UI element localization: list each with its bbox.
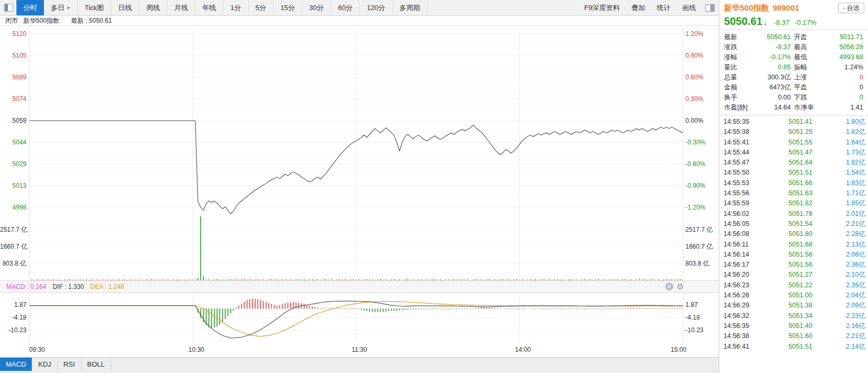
tape-price: 5051.22 [762, 280, 812, 290]
x-axis-label: 14:00 [511, 345, 535, 354]
tape-row: 14:56:175051.562.36亿 [724, 260, 866, 270]
tape-row: 14:56:025051.782.01亿 [724, 209, 866, 219]
tab-multi-day[interactable]: 多日▼ [44, 0, 78, 15]
y-axis-label: -0.90% [685, 181, 718, 190]
y-axis-label: 4998 [0, 203, 26, 212]
watch-toggle-button[interactable]: - 自选 [838, 3, 864, 13]
quote-panel: 新华500指数989001 - 自选 5050.61 ↓ -8.37 -0.17… [719, 0, 868, 373]
dea-value: DEA : 1.248 [91, 283, 124, 290]
stat-value: 6473亿 [755, 83, 794, 93]
indicator-readout: MACD : 0.164DIF : 1.330DEA : 1.248 ✕ ⚙ [0, 280, 719, 293]
stat-value: 0 [826, 93, 863, 103]
stat-row: 最新5050.61开盘5011.71 [724, 32, 863, 42]
down-arrow-icon: ↓ [763, 17, 767, 26]
tape-price: 5051.64 [762, 158, 812, 168]
tab-5min[interactable]: 5分 [249, 0, 274, 15]
tab-weekly[interactable]: 周线 [139, 0, 167, 15]
indicator-tabbar: MACDKDJRSIBOLL [0, 357, 719, 373]
y-axis-label: -10.23 [0, 326, 26, 334]
tape-price: 5051.41 [762, 117, 812, 127]
volume-chart[interactable] [29, 216, 683, 280]
tape-row: 14:55:415051.551.64亿 [724, 138, 866, 148]
tab-30min[interactable]: 30分 [302, 0, 331, 15]
stat-label: 最新 [724, 32, 755, 42]
chart-area[interactable]: MACD : 0.164DIF : 1.330DEA : 1.248 ✕ ⚙ 5… [0, 26, 719, 357]
close-icon[interactable]: ✕ [665, 283, 673, 290]
tab-120min[interactable]: 120分 [360, 0, 393, 15]
indicator-tab-kdj[interactable]: KDJ [32, 358, 58, 371]
menu-drawing[interactable]: 画线 [682, 3, 696, 13]
tape-price: 5051.38 [762, 301, 812, 311]
tape-volume: 1.82亿 [812, 127, 866, 137]
infobar-index-name: 新华500指数 [23, 16, 59, 25]
tab-1min[interactable]: 1分 [223, 0, 248, 15]
tab-minute[interactable]: 分时 [16, 0, 44, 15]
tape-time: 14:56:41 [724, 342, 762, 352]
tape-row: 14:56:295051.382.09亿 [724, 301, 866, 311]
tab-multi-period[interactable]: 多周期 [393, 0, 428, 15]
stat-row: 总量300.3亿上涨0 [724, 72, 863, 83]
tape-time: 14:55:59 [724, 198, 762, 208]
split-view-icon[interactable] [706, 4, 715, 12]
tape-row: 14:55:385051.251.82亿 [724, 127, 866, 137]
index-name: 新华500指数 [724, 3, 769, 12]
macd-chart[interactable] [29, 293, 683, 343]
stat-label: 市盈[静] [724, 103, 755, 113]
tape-price: 5051.27 [762, 270, 812, 280]
indicator-tab-rsi[interactable]: RSI [58, 358, 82, 371]
tape-volume: 2.14亿 [812, 342, 866, 352]
tape-row: 14:56:085051.802.28亿 [724, 229, 866, 239]
tab-monthly[interactable]: 月线 [167, 0, 195, 15]
tape-list[interactable]: 14:55:355051.411.80亿14:55:385051.251.82亿… [719, 115, 868, 352]
y-axis-label: 803.8 亿 [685, 259, 718, 268]
stat-label: 量比 [724, 62, 755, 72]
stat-value: 1.41 [826, 103, 863, 113]
menu-f9-info[interactable]: F9深度资料 [584, 3, 620, 13]
infobar-latest: 最新 : 5050.61 [71, 16, 112, 25]
y-axis-label: -10.23 [685, 326, 718, 334]
tape-time: 14:55:50 [724, 168, 762, 178]
y-axis-label: -1.20% [685, 203, 718, 212]
y-axis-label: 5089 [0, 73, 26, 81]
tape-row: 14:56:385051.602.21亿 [724, 331, 866, 341]
y-axis-label: 1660.7 亿 [0, 242, 26, 251]
tab-60min[interactable]: 60分 [331, 0, 360, 15]
tape-price: 5051.47 [762, 148, 812, 158]
y-axis-label: 5029 [0, 160, 26, 168]
tab-15min[interactable]: 15分 [274, 0, 302, 15]
market-status: 闭市 [5, 16, 18, 25]
indicator-tab-boll[interactable]: BOLL [82, 358, 111, 371]
dif-value: DIF : 1.330 [52, 283, 84, 290]
indicator-tab-macd[interactable]: MACD [0, 358, 32, 371]
macd-value: MACD : 0.164 [6, 283, 46, 290]
tape-row: 14:56:055051.542.21亿 [724, 219, 866, 229]
tape-price: 5051.00 [762, 290, 812, 301]
tape-price: 5051.63 [762, 188, 812, 198]
tape-price: 5051.56 [762, 260, 812, 270]
tape-row: 14:56:415051.512.14亿 [724, 342, 866, 352]
y-axis-label: 2517.7 亿 [0, 225, 26, 234]
price-chart[interactable] [29, 28, 683, 216]
tape-volume: 1.54亿 [812, 168, 866, 178]
menu-stats[interactable]: 统计 [657, 3, 671, 13]
tab-daily[interactable]: 日线 [111, 0, 139, 15]
tape-time: 14:55:35 [724, 117, 762, 127]
menu-overlay[interactable]: 叠加 [631, 3, 645, 13]
tape-volume: 1.80亿 [812, 117, 866, 127]
tape-row: 14:55:355051.411.80亿 [724, 117, 866, 127]
tape-row: 14:56:115051.682.13亿 [724, 240, 866, 250]
sidebar-toggle-icon[interactable] [4, 4, 13, 12]
toolbar-menu: F9深度资料叠加统计画线 [573, 0, 715, 16]
y-axis-label: 1.87 [0, 301, 26, 309]
y-axis-label: 5059 [0, 116, 26, 125]
tab-tick[interactable]: Tick图 [78, 0, 111, 15]
tape-time: 14:55:44 [724, 148, 762, 158]
market-info-bar: 闭市 新华500指数 最新 : 5050.61 [0, 16, 719, 26]
tab-yearly[interactable]: 年线 [195, 0, 223, 15]
period-toolbar: 分时多日▼Tick图日线周线月线年线1分5分15分30分60分120分多周期 F… [0, 0, 719, 16]
tape-volume: 2.21亿 [812, 219, 866, 229]
tape-time: 14:55:53 [724, 178, 762, 188]
y-axis-label: -4.18 [685, 313, 718, 322]
tape-price: 5051.25 [762, 127, 812, 137]
quote-header: 新华500指数989001 - 自选 5050.61 ↓ -8.37 -0.17… [719, 0, 868, 30]
